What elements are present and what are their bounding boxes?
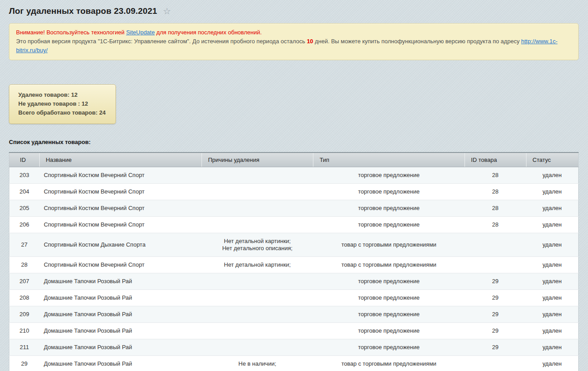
cell-reasons: Не в наличии; xyxy=(201,356,313,371)
cell-status: удален xyxy=(526,323,579,339)
table-row: 210 Домашние Тапочки Розовый Рай торгово… xyxy=(9,323,579,339)
cell-reasons: Нет детальной картинки; xyxy=(201,257,313,273)
cell-status: удален xyxy=(526,273,579,290)
favorite-star-icon[interactable]: ☆ xyxy=(163,7,171,16)
cell-reasons xyxy=(201,323,313,339)
column-header-product-id: ID товара xyxy=(465,153,526,167)
table-row: 29 Домашние Тапочки Розовый Рай Не в нал… xyxy=(9,356,579,371)
cell-status: удален xyxy=(526,339,579,356)
table-row: 209 Домашние Тапочки Розовый Рай торгово… xyxy=(9,306,579,323)
cell-product-id xyxy=(465,233,526,257)
cell-product-id: 29 xyxy=(465,306,526,323)
cell-id: 210 xyxy=(9,323,40,339)
update-warning-text-prefix: Внимание! Воспользуйтесь технологией xyxy=(16,29,126,36)
cell-id: 204 xyxy=(9,184,40,200)
cell-reasons xyxy=(201,217,313,233)
cell-product-id xyxy=(465,356,526,371)
cell-id: 203 xyxy=(9,167,40,184)
column-header-reasons: Причины удаления xyxy=(201,153,313,167)
cell-status: удален xyxy=(526,184,579,200)
cell-name: Спортивный Костюм Дыхание Спорта xyxy=(39,233,201,257)
cell-type: торговое предложение xyxy=(313,200,465,217)
cell-name: Спортивный Костюм Вечерний Спорт xyxy=(39,200,201,217)
summary-not-deleted-count: Не удалено товаров : 12 xyxy=(18,99,106,108)
cell-product-id: 28 xyxy=(465,184,526,200)
update-warning-text-suffix: для получения последних обновлений. xyxy=(155,29,262,36)
cell-name: Домашние Тапочки Розовый Рай xyxy=(39,323,201,339)
cell-reasons xyxy=(201,273,313,290)
table-row: 203 Спортивный Костюм Вечерний Спорт тор… xyxy=(9,167,579,184)
cell-type: торговое предложение xyxy=(313,306,465,323)
cell-product-id: 29 xyxy=(465,273,526,290)
cell-id: 208 xyxy=(9,290,40,306)
trial-version-line: Это пробная версия продукта "1С-Битрикс:… xyxy=(16,37,572,55)
cell-status: удален xyxy=(526,306,579,323)
table-row: 27 Спортивный Костюм Дыхание Спорта Нет … xyxy=(9,233,579,257)
table-row: 205 Спортивный Костюм Вечерний Спорт тор… xyxy=(9,200,579,217)
cell-id: 29 xyxy=(9,356,40,371)
cell-reasons xyxy=(201,339,313,356)
cell-reasons xyxy=(201,290,313,306)
cell-id: 206 xyxy=(9,217,40,233)
cell-product-id: 29 xyxy=(465,339,526,356)
cell-id: 207 xyxy=(9,273,40,290)
admin-content-area: Лог удаленных товаров 23.09.2021 ☆ Внима… xyxy=(0,0,588,371)
cell-name: Домашние Тапочки Розовый Рай xyxy=(39,290,201,306)
cell-type: торговое предложение xyxy=(313,184,465,200)
cell-status: удален xyxy=(526,217,579,233)
cell-type: торговое предложение xyxy=(313,217,465,233)
summary-deleted-count: Удалено товаров: 12 xyxy=(18,91,106,99)
cell-product-id: 29 xyxy=(465,323,526,339)
cell-product-id: 29 xyxy=(465,290,526,306)
cell-type: торговое предложение xyxy=(313,339,465,356)
trial-text-part1: Это пробная версия продукта "1С-Битрикс:… xyxy=(16,38,307,45)
cell-type: торговое предложение xyxy=(313,273,465,290)
cell-status: удален xyxy=(526,167,579,184)
cell-id: 28 xyxy=(9,257,40,273)
siteupdate-link[interactable]: SiteUpdate xyxy=(126,29,155,36)
table-body: 203 Спортивный Костюм Вечерний Спорт тор… xyxy=(9,167,579,371)
table-row: 206 Спортивный Костюм Вечерний Спорт тор… xyxy=(9,217,579,233)
summary-total-count: Всего обработано товаров: 24 xyxy=(18,108,106,117)
cell-reasons: Нет детальной картинки;Нет детального оп… xyxy=(201,233,313,257)
cell-status: удален xyxy=(526,257,579,273)
cell-type: товар с торговыми предложениями xyxy=(313,233,465,257)
cell-type: торговое предложение xyxy=(313,167,465,184)
cell-product-id xyxy=(465,257,526,273)
column-header-type: Тип xyxy=(313,153,465,167)
cell-name: Домашние Тапочки Розовый Рай xyxy=(39,339,201,356)
table-row: 28 Спортивный Костюм Вечерний Спорт Нет … xyxy=(9,257,579,273)
cell-name: Спортивный Костюм Вечерний Спорт xyxy=(39,167,201,184)
cell-id: 211 xyxy=(9,339,40,356)
cell-name: Спортивный Костюм Вечерний Спорт xyxy=(39,184,201,200)
cell-status: удален xyxy=(526,233,579,257)
cell-product-id: 28 xyxy=(465,200,526,217)
cell-type: товар с торговыми предложениями xyxy=(313,356,465,371)
column-header-status: Статус xyxy=(526,153,579,167)
deleted-products-table-wrap: ID Название Причины удаления Тип ID това… xyxy=(9,152,579,371)
cell-name: Домашние Тапочки Розовый Рай xyxy=(39,356,201,371)
table-header-row: ID Название Причины удаления Тип ID това… xyxy=(9,153,579,167)
cell-status: удален xyxy=(526,200,579,217)
cell-id: 209 xyxy=(9,306,40,323)
cell-product-id: 28 xyxy=(465,217,526,233)
cell-name: Домашние Тапочки Розовый Рай xyxy=(39,306,201,323)
trial-text-part2: дней. Вы можете купить полнофункциональн… xyxy=(313,38,521,45)
cell-type: торговое предложение xyxy=(313,323,465,339)
cell-status: удален xyxy=(526,290,579,306)
deleted-products-list-label: Список удаленных товаров: xyxy=(9,139,579,145)
page-title-bar: Лог удаленных товаров 23.09.2021 ☆ xyxy=(9,6,579,16)
cell-name: Спортивный Костюм Вечерний Спорт xyxy=(39,257,201,273)
trial-notice-banner: Внимание! Воспользуйтесь технологией Sit… xyxy=(9,23,579,60)
page-title: Лог удаленных товаров 23.09.2021 xyxy=(9,6,157,16)
update-warning-line: Внимание! Воспользуйтесь технологией Sit… xyxy=(16,28,572,37)
cell-reasons xyxy=(201,184,313,200)
column-header-name: Название xyxy=(39,153,201,167)
deleted-products-table: ID Название Причины удаления Тип ID това… xyxy=(9,152,579,371)
cell-name: Домашние Тапочки Розовый Рай xyxy=(39,273,201,290)
cell-type: торговое предложение xyxy=(313,290,465,306)
table-row: 204 Спортивный Костюм Вечерний Спорт тор… xyxy=(9,184,579,200)
deletion-summary-box: Удалено товаров: 12 Не удалено товаров :… xyxy=(9,84,116,124)
column-header-id: ID xyxy=(9,153,40,167)
table-row: 207 Домашние Тапочки Розовый Рай торгово… xyxy=(9,273,579,290)
